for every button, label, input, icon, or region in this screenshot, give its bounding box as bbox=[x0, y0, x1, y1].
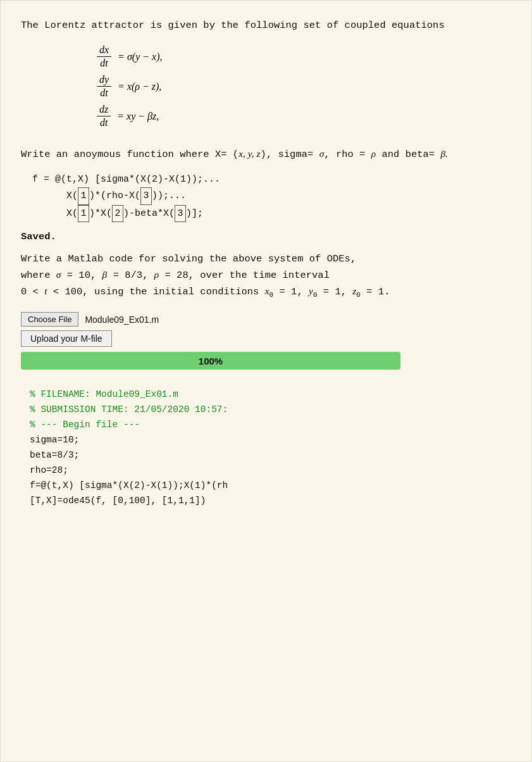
progress-bar: 100% bbox=[21, 352, 400, 370]
denominator-dz: dt bbox=[97, 116, 110, 128]
output-code-block: % FILENAME: Module09_Ex01.m % SUBMISSION… bbox=[21, 381, 511, 515]
output-line2: % SUBMISSION TIME: 21/05/2020 10:57: bbox=[30, 403, 502, 418]
code-line2: X(1)*(rho-X(3));... bbox=[32, 190, 186, 201]
equations-block: dx dt = σ(y − x), dy dt = x(ρ − z), dz d… bbox=[21, 44, 511, 134]
choose-file-button[interactable]: Choose File bbox=[21, 312, 78, 327]
page-container: The Lorentz attractor is given by the fo… bbox=[0, 0, 532, 762]
intro-paragraph: The Lorentz attractor is given by the fo… bbox=[21, 20, 445, 31]
output-line5: beta=8/3; bbox=[30, 448, 502, 463]
equation-dy: dy dt = x(ρ − z), bbox=[97, 74, 161, 99]
output-line6: rho=28; bbox=[30, 463, 502, 478]
filename-label: Module09_Ex01.m bbox=[85, 315, 159, 325]
output-line1: % FILENAME: Module09_Ex01.m bbox=[30, 387, 502, 403]
denominator-dx: dt bbox=[97, 57, 110, 69]
fraction-dx: dx dt bbox=[97, 44, 111, 69]
output-line4: sigma=10; bbox=[30, 433, 502, 448]
saved-label: Saved. bbox=[21, 231, 511, 242]
numerator-dy: dy bbox=[97, 74, 111, 87]
file-upload-row: Choose File Module09_Ex01.m bbox=[21, 312, 511, 327]
ode-description: Write a Matlab code for solving the abov… bbox=[21, 251, 511, 301]
fraction-dz: dz dt bbox=[97, 104, 111, 128]
denominator-dy: dt bbox=[97, 87, 110, 99]
ode-line2: where σ = 10, β = 8/3, ρ = 28, over the … bbox=[21, 270, 330, 281]
ode-line3: 0 < t < 100, using the initial condition… bbox=[21, 286, 390, 297]
upload-mfile-button[interactable]: Upload your M-file bbox=[21, 330, 112, 347]
output-line7: f=@(t,X) [sigma*(X(2)-X(1));X(1)*(rh bbox=[30, 478, 502, 494]
box-line3-2: 2 bbox=[112, 205, 123, 223]
upload-button-row: Upload your M-file bbox=[21, 330, 511, 347]
box-line3-1: 1 bbox=[78, 205, 89, 223]
output-line8: [T,X]=ode45(f, [0,100], [1,1,1]) bbox=[30, 494, 502, 509]
box-line2-2: 3 bbox=[140, 187, 152, 205]
fraction-dy: dy dt bbox=[97, 74, 111, 99]
numerator-dz: dz bbox=[97, 104, 111, 116]
code-block: f = @(t,X) [sigma*(X(2)-X(1));... X(1)*(… bbox=[21, 172, 511, 223]
output-line3: % --- Begin file --- bbox=[30, 418, 502, 433]
code-line3: X(1)*X(2)-beta*X(3)]; bbox=[32, 208, 203, 219]
equation-dx: dx dt = σ(y − x), bbox=[97, 44, 162, 69]
code-line1: f = @(t,X) [sigma*(X(2)-X(1));... bbox=[32, 174, 220, 185]
rhs-dx: = σ(y − x), bbox=[118, 51, 162, 63]
rhs-dz: = xy − βz, bbox=[117, 111, 159, 122]
box-line2-1: 1 bbox=[78, 187, 89, 205]
progress-label: 100% bbox=[199, 356, 223, 366]
ode-line1: Write a Matlab code for solving the abov… bbox=[21, 253, 356, 265]
box-line3-3: 3 bbox=[175, 205, 186, 223]
description-text: Write an anoymous function where X= (x, … bbox=[21, 146, 511, 162]
intro-text: The Lorentz attractor is given by the fo… bbox=[21, 18, 511, 33]
rhs-dy: = x(ρ − z), bbox=[118, 81, 161, 92]
equation-dz: dz dt = xy − βz, bbox=[97, 104, 159, 128]
numerator-dx: dx bbox=[97, 44, 111, 57]
